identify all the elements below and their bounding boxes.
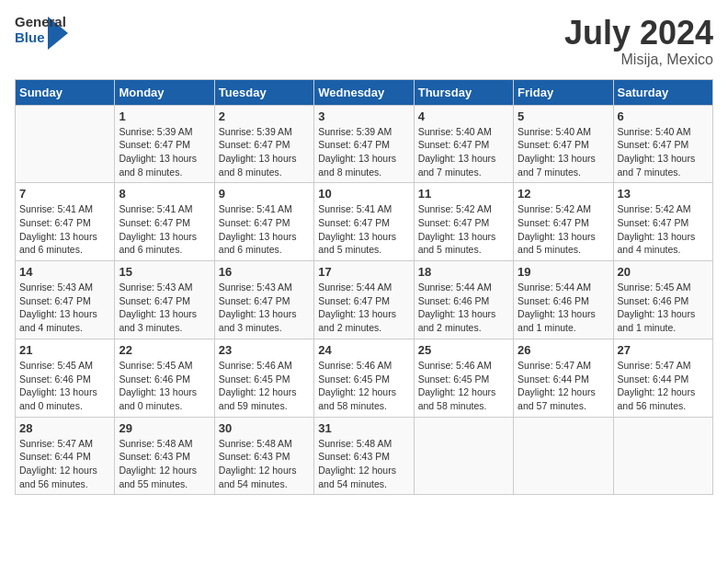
calendar-cell: 6Sunrise: 5:40 AM Sunset: 6:47 PM Daylig… bbox=[613, 105, 712, 183]
day-of-week-header: Friday bbox=[514, 79, 613, 105]
day-info: Sunrise: 5:40 AM Sunset: 6:47 PM Dayligh… bbox=[518, 125, 609, 179]
day-info: Sunrise: 5:48 AM Sunset: 6:43 PM Dayligh… bbox=[119, 437, 210, 491]
day-info: Sunrise: 5:41 AM Sunset: 6:47 PM Dayligh… bbox=[318, 202, 409, 257]
calendar-cell: 24Sunrise: 5:46 AM Sunset: 6:45 PM Dayli… bbox=[314, 339, 414, 417]
day-info: Sunrise: 5:43 AM Sunset: 6:47 PM Dayligh… bbox=[219, 281, 310, 335]
day-number: 7 bbox=[19, 187, 110, 201]
day-info: Sunrise: 5:39 AM Sunset: 6:47 PM Dayligh… bbox=[318, 125, 409, 179]
day-number: 19 bbox=[518, 265, 609, 279]
day-number: 27 bbox=[618, 343, 709, 357]
day-info: Sunrise: 5:40 AM Sunset: 6:47 PM Dayligh… bbox=[618, 125, 709, 179]
day-info: Sunrise: 5:45 AM Sunset: 6:46 PM Dayligh… bbox=[19, 359, 110, 413]
calendar-table: SundayMondayTuesdayWednesdayThursdayFrid… bbox=[15, 79, 713, 496]
calendar-cell: 22Sunrise: 5:45 AM Sunset: 6:46 PM Dayli… bbox=[115, 339, 214, 417]
day-info: Sunrise: 5:40 AM Sunset: 6:47 PM Dayligh… bbox=[418, 125, 509, 179]
day-number: 28 bbox=[19, 421, 110, 435]
day-of-week-header: Sunday bbox=[16, 79, 115, 105]
calendar-cell: 29Sunrise: 5:48 AM Sunset: 6:43 PM Dayli… bbox=[115, 417, 214, 495]
calendar-cell bbox=[514, 417, 613, 495]
calendar-cell: 13Sunrise: 5:42 AM Sunset: 6:47 PM Dayli… bbox=[613, 183, 712, 261]
calendar-cell: 26Sunrise: 5:47 AM Sunset: 6:44 PM Dayli… bbox=[514, 339, 613, 417]
day-info: Sunrise: 5:45 AM Sunset: 6:46 PM Dayligh… bbox=[119, 359, 210, 413]
calendar-cell: 10Sunrise: 5:41 AM Sunset: 6:47 PM Dayli… bbox=[314, 183, 414, 261]
logo: General Blue bbox=[15, 15, 68, 52]
calendar-cell: 9Sunrise: 5:41 AM Sunset: 6:47 PM Daylig… bbox=[214, 183, 313, 261]
day-info: Sunrise: 5:42 AM Sunset: 6:47 PM Dayligh… bbox=[618, 202, 709, 257]
calendar-cell: 23Sunrise: 5:46 AM Sunset: 6:45 PM Dayli… bbox=[214, 339, 313, 417]
day-number: 29 bbox=[119, 421, 210, 435]
calendar-cell: 12Sunrise: 5:42 AM Sunset: 6:47 PM Dayli… bbox=[514, 183, 613, 261]
calendar-cell: 2Sunrise: 5:39 AM Sunset: 6:47 PM Daylig… bbox=[214, 105, 313, 183]
day-info: Sunrise: 5:41 AM Sunset: 6:47 PM Dayligh… bbox=[19, 202, 110, 257]
day-number: 16 bbox=[219, 265, 310, 279]
day-number: 31 bbox=[318, 421, 409, 435]
day-number: 3 bbox=[318, 109, 409, 123]
day-of-week-header: Tuesday bbox=[214, 79, 313, 105]
calendar-cell: 20Sunrise: 5:45 AM Sunset: 6:46 PM Dayli… bbox=[613, 261, 712, 339]
day-number: 2 bbox=[219, 109, 310, 123]
day-number: 6 bbox=[618, 109, 709, 123]
location: Misija, Mexico bbox=[564, 52, 713, 68]
day-number: 17 bbox=[318, 265, 409, 279]
calendar-cell: 4Sunrise: 5:40 AM Sunset: 6:47 PM Daylig… bbox=[414, 105, 513, 183]
day-number: 10 bbox=[318, 187, 409, 201]
calendar-cell: 30Sunrise: 5:48 AM Sunset: 6:43 PM Dayli… bbox=[214, 417, 313, 495]
calendar-cell: 16Sunrise: 5:43 AM Sunset: 6:47 PM Dayli… bbox=[214, 261, 313, 339]
day-info: Sunrise: 5:43 AM Sunset: 6:47 PM Dayligh… bbox=[19, 281, 110, 335]
calendar-cell: 28Sunrise: 5:47 AM Sunset: 6:44 PM Dayli… bbox=[16, 417, 115, 495]
title-block: July 2024 Misija, Mexico bbox=[564, 15, 713, 68]
day-info: Sunrise: 5:46 AM Sunset: 6:45 PM Dayligh… bbox=[219, 359, 310, 413]
day-number: 18 bbox=[418, 265, 509, 279]
calendar-cell: 7Sunrise: 5:41 AM Sunset: 6:47 PM Daylig… bbox=[16, 183, 115, 261]
month-year: July 2024 bbox=[564, 15, 713, 52]
page-header: General Blue July 2024 Misija, Mexico bbox=[15, 15, 713, 68]
day-number: 11 bbox=[418, 187, 509, 201]
day-number: 4 bbox=[418, 109, 509, 123]
day-number: 25 bbox=[418, 343, 509, 357]
calendar-cell: 1Sunrise: 5:39 AM Sunset: 6:47 PM Daylig… bbox=[115, 105, 214, 183]
day-number: 26 bbox=[518, 343, 609, 357]
calendar-cell: 15Sunrise: 5:43 AM Sunset: 6:47 PM Dayli… bbox=[115, 261, 214, 339]
day-of-week-header: Monday bbox=[115, 79, 214, 105]
calendar-cell: 21Sunrise: 5:45 AM Sunset: 6:46 PM Dayli… bbox=[16, 339, 115, 417]
day-info: Sunrise: 5:47 AM Sunset: 6:44 PM Dayligh… bbox=[618, 359, 709, 413]
calendar-cell: 14Sunrise: 5:43 AM Sunset: 6:47 PM Dayli… bbox=[16, 261, 115, 339]
day-info: Sunrise: 5:47 AM Sunset: 6:44 PM Dayligh… bbox=[19, 437, 110, 491]
calendar-cell: 8Sunrise: 5:41 AM Sunset: 6:47 PM Daylig… bbox=[115, 183, 214, 261]
day-number: 15 bbox=[119, 265, 210, 279]
day-number: 14 bbox=[19, 265, 110, 279]
day-info: Sunrise: 5:44 AM Sunset: 6:47 PM Dayligh… bbox=[318, 281, 409, 335]
calendar-cell: 19Sunrise: 5:44 AM Sunset: 6:46 PM Dayli… bbox=[514, 261, 613, 339]
day-info: Sunrise: 5:42 AM Sunset: 6:47 PM Dayligh… bbox=[518, 202, 609, 257]
day-number: 13 bbox=[618, 187, 709, 201]
day-info: Sunrise: 5:44 AM Sunset: 6:46 PM Dayligh… bbox=[518, 281, 609, 335]
calendar-cell bbox=[16, 105, 115, 183]
day-info: Sunrise: 5:44 AM Sunset: 6:46 PM Dayligh… bbox=[418, 281, 509, 335]
day-info: Sunrise: 5:47 AM Sunset: 6:44 PM Dayligh… bbox=[518, 359, 609, 413]
day-info: Sunrise: 5:39 AM Sunset: 6:47 PM Dayligh… bbox=[219, 125, 310, 179]
day-info: Sunrise: 5:41 AM Sunset: 6:47 PM Dayligh… bbox=[219, 202, 310, 257]
day-of-week-header: Thursday bbox=[414, 79, 513, 105]
day-info: Sunrise: 5:39 AM Sunset: 6:47 PM Dayligh… bbox=[119, 125, 210, 179]
calendar-cell: 27Sunrise: 5:47 AM Sunset: 6:44 PM Dayli… bbox=[613, 339, 712, 417]
calendar-cell: 5Sunrise: 5:40 AM Sunset: 6:47 PM Daylig… bbox=[514, 105, 613, 183]
day-number: 20 bbox=[618, 265, 709, 279]
calendar-cell: 11Sunrise: 5:42 AM Sunset: 6:47 PM Dayli… bbox=[414, 183, 513, 261]
day-number: 23 bbox=[219, 343, 310, 357]
calendar-cell: 25Sunrise: 5:46 AM Sunset: 6:45 PM Dayli… bbox=[414, 339, 513, 417]
day-number: 9 bbox=[219, 187, 310, 201]
day-number: 1 bbox=[119, 109, 210, 123]
day-info: Sunrise: 5:46 AM Sunset: 6:45 PM Dayligh… bbox=[418, 359, 509, 413]
day-number: 22 bbox=[119, 343, 210, 357]
day-info: Sunrise: 5:48 AM Sunset: 6:43 PM Dayligh… bbox=[318, 437, 409, 491]
day-info: Sunrise: 5:43 AM Sunset: 6:47 PM Dayligh… bbox=[119, 281, 210, 335]
day-number: 24 bbox=[318, 343, 409, 357]
calendar-cell: 3Sunrise: 5:39 AM Sunset: 6:47 PM Daylig… bbox=[314, 105, 414, 183]
day-number: 12 bbox=[518, 187, 609, 201]
day-info: Sunrise: 5:41 AM Sunset: 6:47 PM Dayligh… bbox=[119, 202, 210, 257]
day-info: Sunrise: 5:48 AM Sunset: 6:43 PM Dayligh… bbox=[219, 437, 310, 491]
calendar-cell: 17Sunrise: 5:44 AM Sunset: 6:47 PM Dayli… bbox=[314, 261, 414, 339]
calendar-cell bbox=[613, 417, 712, 495]
day-of-week-header: Saturday bbox=[613, 79, 712, 105]
day-number: 21 bbox=[19, 343, 110, 357]
